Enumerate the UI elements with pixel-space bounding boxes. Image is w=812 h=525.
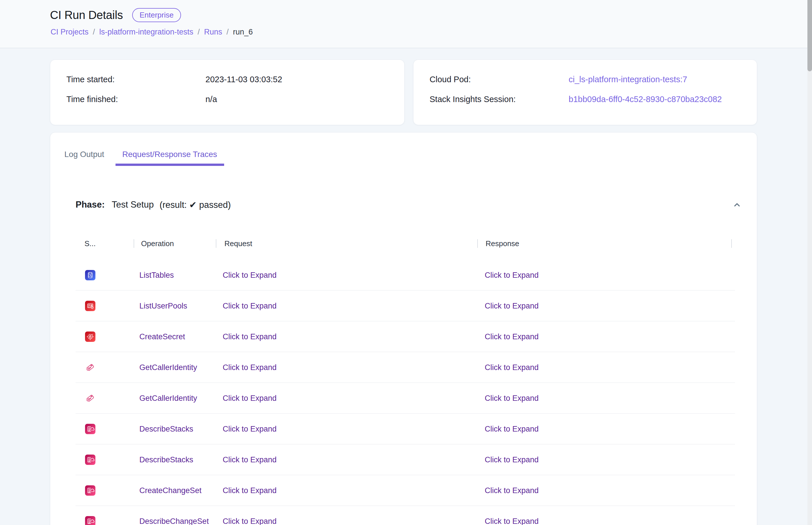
operation-link[interactable]: ListTables xyxy=(139,271,174,280)
table-row: DescribeStacks Click to Expand Click to … xyxy=(76,414,735,445)
sts-service-icon xyxy=(85,362,96,373)
tab-bar: Log Output Request/Response Traces xyxy=(58,150,224,166)
operation-link[interactable]: DescribeStacks xyxy=(139,424,193,433)
table-row: ListUserPools Click to Expand Click to E… xyxy=(76,291,735,321)
request-expand-link[interactable]: Click to Expand xyxy=(223,424,277,433)
response-expand-link[interactable]: Click to Expand xyxy=(485,424,539,433)
tab-log-output[interactable]: Log Output xyxy=(58,150,111,166)
table-row: GetCallerIdentity Click to Expand Click … xyxy=(76,352,735,383)
breadcrumb-separator: / xyxy=(93,28,95,36)
run-times-grid: Time started: 2023-11-03 03:03:52 Time f… xyxy=(50,60,404,104)
breadcrumb-link-project[interactable]: ls-platform-integration-tests xyxy=(99,28,193,36)
operation-link[interactable]: GetCallerIdentity xyxy=(139,363,197,372)
run-times-card: Time started: 2023-11-03 03:03:52 Time f… xyxy=(50,60,405,125)
request-expand-link[interactable]: Click to Expand xyxy=(223,332,277,341)
phase-name: Test Setup xyxy=(112,199,154,210)
collapse-phase-button[interactable] xyxy=(732,200,742,210)
operation-link[interactable]: DescribeStacks xyxy=(139,455,193,464)
time-started-label: Time started: xyxy=(66,75,205,84)
response-expand-link[interactable]: Click to Expand xyxy=(485,517,539,525)
title-row: CI Run Details Enterprise xyxy=(50,8,181,22)
column-divider xyxy=(477,239,478,248)
page-header: CI Run Details Enterprise CI Projects / … xyxy=(0,0,812,48)
operation-link[interactable]: CreateChangeSet xyxy=(139,486,201,495)
request-expand-link[interactable]: Click to Expand xyxy=(223,486,277,495)
column-header-operation: Operation xyxy=(141,239,174,248)
scrollbar-track[interactable] xyxy=(808,0,812,525)
breadcrumb-current-run: run_6 xyxy=(233,28,253,36)
scrollbar-thumb[interactable] xyxy=(808,0,812,71)
request-expand-link[interactable]: Click to Expand xyxy=(223,517,277,525)
operation-link[interactable]: CreateSecret xyxy=(139,332,185,341)
column-header-request: Request xyxy=(224,239,252,248)
sts-service-icon xyxy=(85,393,96,404)
breadcrumb-separator: / xyxy=(227,28,229,36)
operation-link[interactable]: GetCallerIdentity xyxy=(139,394,197,403)
time-finished-value: n/a xyxy=(205,94,404,104)
table-row: CreateSecret Click to Expand Click to Ex… xyxy=(76,321,735,352)
request-expand-link[interactable]: Click to Expand xyxy=(223,394,277,403)
operation-link[interactable]: ListUserPools xyxy=(139,301,187,310)
stack-insights-session-link[interactable]: b1bb09da-6ff0-4c52-8930-c870ba23c082 xyxy=(568,94,722,104)
request-expand-link[interactable]: Click to Expand xyxy=(223,455,277,464)
secretsmanager-service-icon xyxy=(85,331,96,342)
cloudformation-service-icon xyxy=(85,485,96,496)
table-row: DescribeChangeSet Click to Expand Click … xyxy=(76,506,735,525)
traces-card: Log Output Request/Response Traces Phase… xyxy=(50,132,757,525)
table-row: GetCallerIdentity Click to Expand Click … xyxy=(76,383,735,414)
stack-insights-session-label: Stack Insights Session: xyxy=(430,94,568,104)
column-divider xyxy=(731,239,732,248)
run-links-card: Cloud Pod: ci_ls-platform-integration-te… xyxy=(413,60,757,125)
request-expand-link[interactable]: Click to Expand xyxy=(223,301,277,310)
enterprise-badge: Enterprise xyxy=(132,8,181,22)
time-finished-label: Time finished: xyxy=(66,94,205,104)
cognito-service-icon xyxy=(85,300,96,311)
cloud-pod-label: Cloud Pod: xyxy=(430,75,568,84)
run-links-grid: Cloud Pod: ci_ls-platform-integration-te… xyxy=(413,60,757,104)
response-expand-link[interactable]: Click to Expand xyxy=(485,394,539,403)
phase-header: Phase: Test Setup (result: ✔ passed) xyxy=(76,198,742,211)
page-title: CI Run Details xyxy=(50,9,123,21)
chevron-up-icon xyxy=(732,200,742,210)
table-row: DescribeStacks Click to Expand Click to … xyxy=(76,445,735,475)
table-body: ListTables Click to Expand Click to Expa… xyxy=(50,260,757,525)
cloudformation-service-icon xyxy=(85,454,96,465)
phase-label: Phase: xyxy=(76,199,105,210)
response-expand-link[interactable]: Click to Expand xyxy=(485,332,539,341)
cloudformation-service-icon xyxy=(85,423,96,434)
operation-link[interactable]: DescribeChangeSet xyxy=(139,517,209,525)
table-row: ListTables Click to Expand Click to Expa… xyxy=(76,260,735,291)
time-started-value: 2023-11-03 03:03:52 xyxy=(205,75,404,84)
column-divider xyxy=(216,239,216,248)
response-expand-link[interactable]: Click to Expand xyxy=(485,455,539,464)
breadcrumb: CI Projects / ls-platform-integration-te… xyxy=(50,28,253,36)
column-header-service: S... xyxy=(84,239,96,248)
cloudformation-service-icon xyxy=(85,516,96,525)
request-expand-link[interactable]: Click to Expand xyxy=(223,271,277,280)
response-expand-link[interactable]: Click to Expand xyxy=(485,363,539,372)
response-expand-link[interactable]: Click to Expand xyxy=(485,486,539,495)
breadcrumb-separator: / xyxy=(198,28,200,36)
tab-request-response-traces[interactable]: Request/Response Traces xyxy=(115,150,224,166)
column-divider xyxy=(134,239,134,248)
dynamodb-service-icon xyxy=(85,270,96,281)
ci-run-details-page: CI Run Details Enterprise CI Projects / … xyxy=(0,0,812,525)
breadcrumb-link-ci-projects[interactable]: CI Projects xyxy=(50,28,89,36)
response-expand-link[interactable]: Click to Expand xyxy=(485,271,539,280)
request-expand-link[interactable]: Click to Expand xyxy=(223,363,277,372)
table-row: CreateChangeSet Click to Expand Click to… xyxy=(76,475,735,506)
breadcrumb-link-runs[interactable]: Runs xyxy=(204,28,222,36)
column-header-response: Response xyxy=(486,239,519,248)
table-header: S... Operation Request Response xyxy=(50,239,757,249)
phase-result: (result: ✔ passed) xyxy=(159,199,231,210)
response-expand-link[interactable]: Click to Expand xyxy=(485,301,539,310)
cloud-pod-link[interactable]: ci_ls-platform-integration-tests:7 xyxy=(568,75,687,84)
